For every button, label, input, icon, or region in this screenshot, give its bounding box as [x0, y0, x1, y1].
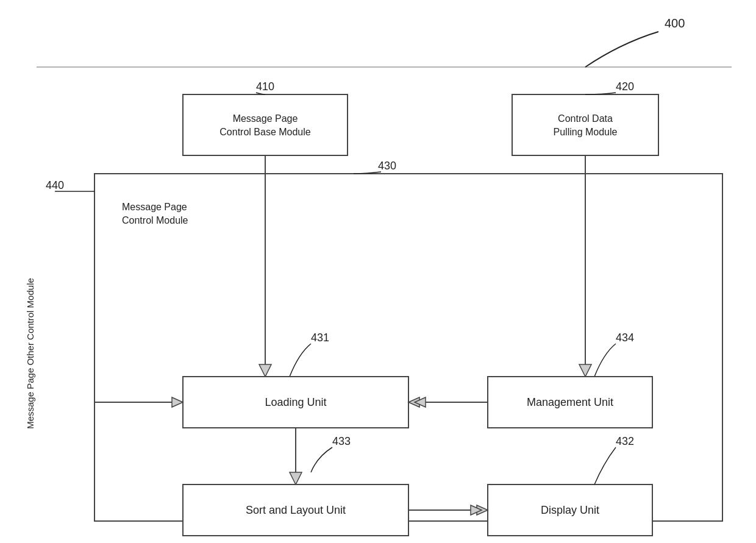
svg-text:Control Base Module: Control Base Module [219, 127, 311, 137]
svg-text:Sort and Layout Unit: Sort and Layout Unit [246, 504, 346, 516]
svg-text:Display Unit: Display Unit [541, 504, 599, 516]
label-message-page-control-module: Message Page [122, 202, 187, 212]
ref-432: 432 [616, 435, 634, 447]
box-430-outer [94, 174, 722, 521]
box-410 [183, 94, 348, 155]
svg-text:Pulling Module: Pulling Module [554, 127, 618, 137]
label-sidebar: Message Page Other Control Module [25, 278, 35, 429]
svg-text:Loading Unit: Loading Unit [265, 396, 326, 408]
ref-430: 430 [378, 160, 396, 172]
svg-text:Message Page: Message Page [233, 113, 298, 124]
ref-440: 440 [46, 179, 64, 191]
ref-434: 434 [616, 332, 634, 344]
ref-420: 420 [616, 80, 634, 93]
svg-text:Management Unit: Management Unit [527, 396, 613, 408]
diagram: 400 Message Page Control Base Module 410… [0, 0, 756, 543]
svg-text:Control Data: Control Data [558, 113, 613, 124]
ref-410: 410 [256, 80, 274, 93]
ref-431: 431 [311, 332, 329, 344]
ref-433: 433 [332, 435, 351, 447]
box-420 [512, 94, 658, 155]
svg-text:Control Module: Control Module [122, 215, 188, 225]
ref-400: 400 [665, 16, 685, 30]
